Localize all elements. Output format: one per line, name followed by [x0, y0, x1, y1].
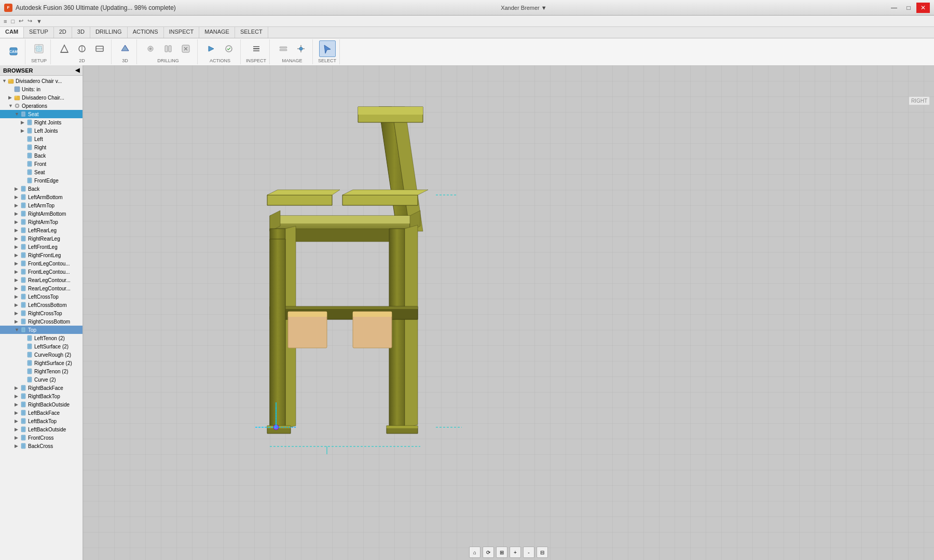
drilling-button3[interactable] — [177, 40, 194, 57]
tree-expand-icon[interactable]: ▶ — [15, 418, 20, 424]
tree-expand-icon[interactable]: ▼ — [15, 327, 20, 332]
drilling-button2[interactable] — [160, 40, 176, 57]
tree-item[interactable]: ▶FrontLegContou... — [0, 259, 83, 268]
quick-access-dropdown[interactable]: ▼ — [35, 18, 44, 25]
tree-expand-icon[interactable]: ▶ — [15, 186, 20, 191]
viewport-zoom-fit-button[interactable]: ⊞ — [496, 547, 507, 558]
tree-item[interactable]: ▶RightBackOutside — [0, 400, 83, 409]
tree-item[interactable]: ▶BackCross — [0, 442, 83, 450]
tree-expand-icon[interactable]: ▶ — [15, 228, 20, 233]
tree-expand-icon[interactable]: ▶ — [15, 319, 20, 324]
tree-expand-icon[interactable]: ▶ — [15, 311, 20, 316]
tree-item[interactable]: ▶LeftCrossTop — [0, 292, 83, 301]
tree-item[interactable]: ▶LeftBackOutside — [0, 425, 83, 433]
tree-item[interactable]: ▼Top — [0, 326, 83, 334]
tree-item[interactable]: ▶RightCrossTop — [0, 309, 83, 317]
tree-expand-icon[interactable]: ▶ — [15, 269, 20, 274]
tree-expand-icon[interactable]: ▶ — [15, 443, 20, 449]
select-button[interactable] — [319, 40, 336, 57]
viewport-zoom-in-button[interactable]: + — [510, 547, 521, 558]
tree-item[interactable]: ▼Operations — [0, 102, 83, 110]
viewport-home-button[interactable]: ⌂ — [469, 547, 480, 558]
tree-expand-icon[interactable]: ▶ — [15, 219, 20, 225]
tree-expand-icon[interactable]: ▶ — [15, 277, 20, 283]
2d-button1[interactable] — [56, 40, 73, 57]
tree-item[interactable]: ▶LeftRearLeg — [0, 226, 83, 234]
tab-drilling[interactable]: DRILLING — [90, 27, 128, 38]
tree-item[interactable]: ▶FrontCross — [0, 433, 83, 442]
tree-expand-icon[interactable]: ▶ — [15, 427, 20, 432]
cam-button[interactable]: CAM — [5, 43, 22, 60]
tree-item[interactable]: ▶Back — [0, 185, 83, 193]
tree-expand-icon[interactable]: ▶ — [15, 394, 20, 399]
tree-expand-icon[interactable]: ▶ — [8, 95, 13, 100]
tree-item[interactable]: RightSurface (2) — [0, 359, 83, 367]
tree-expand-icon[interactable]: ▶ — [15, 294, 20, 299]
drilling-button1[interactable] — [142, 40, 159, 57]
tree-item[interactable]: LeftSurface (2) — [0, 342, 83, 351]
tree-item[interactable]: ▶RightBackFace — [0, 384, 83, 392]
setup-button[interactable] — [31, 40, 47, 57]
tree-item[interactable]: ▶RightArmBottom — [0, 209, 83, 218]
tab-setup[interactable]: SETUP — [24, 27, 54, 38]
tree-item[interactable]: RightTenon (2) — [0, 367, 83, 375]
tree-expand-icon[interactable]: ▶ — [21, 120, 26, 125]
undo-button[interactable]: ↩ — [17, 17, 25, 25]
tree-item[interactable]: Units: in — [0, 85, 83, 93]
tree-item[interactable]: CurveRough (2) — [0, 351, 83, 359]
viewport-orbit-button[interactable]: ⟳ — [483, 547, 494, 558]
tree-item[interactable]: ▶LeftBackTop — [0, 417, 83, 425]
tree-item[interactable]: Front — [0, 160, 83, 168]
tree-expand-icon[interactable]: ▶ — [15, 286, 20, 291]
new-button[interactable]: □ — [9, 18, 16, 25]
manage-button2[interactable] — [293, 40, 309, 57]
close-button[interactable]: ✕ — [916, 3, 930, 13]
tree-item[interactable]: ▶LeftArmTop — [0, 201, 83, 209]
actions-button1[interactable] — [203, 40, 219, 57]
tree-expand-icon[interactable]: ▶ — [15, 253, 20, 258]
viewport-view-options-button[interactable]: ⊟ — [537, 547, 548, 558]
tree-item[interactable]: ▶FrontLegContou... — [0, 268, 83, 276]
manage-button1[interactable] — [275, 40, 292, 57]
tree-expand-icon[interactable]: ▶ — [21, 128, 26, 133]
tree-expand-icon[interactable]: ▶ — [15, 244, 20, 249]
tree-item[interactable]: Back — [0, 151, 83, 160]
redo-button[interactable]: ↪ — [26, 17, 34, 25]
tree-item[interactable]: Curve (2) — [0, 375, 83, 384]
tree-expand-icon[interactable]: ▼ — [15, 111, 20, 117]
tree-expand-icon[interactable]: ▼ — [2, 78, 7, 83]
tab-actions[interactable]: ACTIONS — [128, 27, 164, 38]
minimize-button[interactable]: — — [887, 3, 901, 13]
2d-button2[interactable] — [74, 40, 90, 57]
3d-button[interactable] — [117, 40, 133, 57]
tree-expand-icon[interactable]: ▶ — [15, 194, 20, 200]
tree-item[interactable]: ▶Right Joints — [0, 118, 83, 127]
tree-item[interactable]: Seat — [0, 168, 83, 176]
tab-3d[interactable]: 3D — [72, 27, 90, 38]
tree-item[interactable]: Left — [0, 135, 83, 143]
tab-cam[interactable]: CAM — [0, 27, 24, 38]
viewport[interactable]: RIGHT ⌂ ⟳ ⊞ + - ⊟ — [83, 65, 934, 560]
tree-item[interactable]: ▶RearLegContour... — [0, 276, 83, 284]
tree-item[interactable]: ▶LeftBackFace — [0, 409, 83, 417]
tree-expand-icon[interactable]: ▶ — [15, 435, 20, 440]
tree-expand-icon[interactable]: ▶ — [15, 410, 20, 415]
tab-inspect[interactable]: INSPECT — [164, 27, 200, 38]
tree-item[interactable]: ▼Divisadero Chair v... — [0, 77, 83, 85]
tree-item[interactable]: ▶Divisadero Chair... — [0, 93, 83, 102]
tree-item[interactable]: ▶LeftArmBottom — [0, 193, 83, 201]
tab-manage[interactable]: MANAGE — [199, 27, 235, 38]
tree-item[interactable]: ▶RightArmTop — [0, 218, 83, 226]
tree-item[interactable]: ▶LeftFrontLeg — [0, 243, 83, 251]
tree-item[interactable]: FrontEdge — [0, 176, 83, 185]
actions-button2[interactable] — [221, 40, 237, 57]
tab-2d[interactable]: 2D — [54, 27, 72, 38]
inspect-button[interactable] — [248, 40, 265, 57]
tab-select[interactable]: SELECT — [235, 27, 268, 38]
menu-button[interactable]: ≡ — [2, 18, 8, 25]
tree-item[interactable]: ▶RearLegContour... — [0, 284, 83, 292]
tree-item[interactable]: ▶RightFrontLeg — [0, 251, 83, 259]
tree-expand-icon[interactable]: ▶ — [15, 385, 20, 390]
tree-expand-icon[interactable]: ▶ — [15, 211, 20, 216]
tree-expand-icon[interactable]: ▶ — [15, 203, 20, 208]
